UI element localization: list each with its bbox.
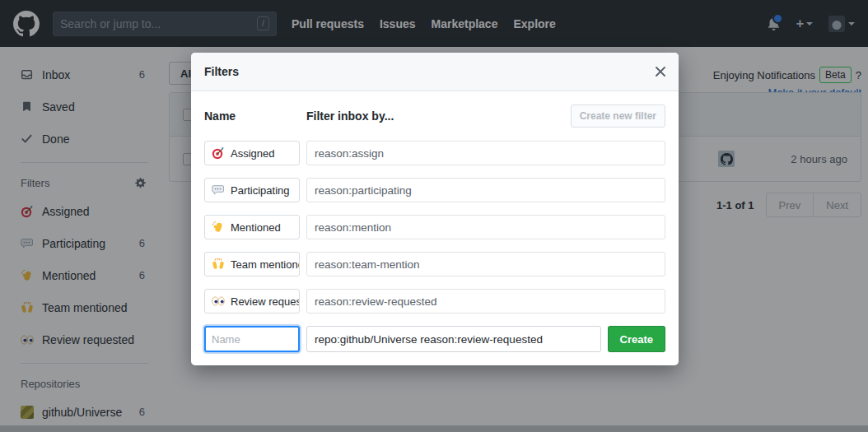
close-icon[interactable] [656, 67, 665, 77]
filter-name: Participating [231, 184, 290, 197]
filter-row-assigned: Assigned reason:assign [204, 141, 665, 165]
filter-name-input[interactable]: Team mentioned [204, 252, 300, 276]
eyes-icon [212, 295, 225, 308]
filter-row-participating: Participating reason:participating [204, 178, 665, 202]
modal-body: Name Filter inbox by... Create new filte… [191, 91, 679, 365]
filter-query-input[interactable]: reason:assign [306, 141, 665, 165]
speech-balloon-icon [212, 183, 225, 197]
filter-name: Team mentioned [231, 258, 300, 271]
filter-name-input[interactable]: Review requested [204, 289, 300, 314]
filter-query-input[interactable]: reason:mention [306, 215, 665, 239]
filter-query-input[interactable]: reason:review-requested [306, 289, 665, 314]
name-column-header: Name [204, 109, 300, 123]
filter-row-mentioned: Mentioned reason:mention [204, 215, 665, 239]
filter-row-team-mentioned: Team mentioned reason:team-mention [204, 252, 665, 276]
modal-header: Filters [191, 53, 679, 91]
new-filter-query-input[interactable] [306, 326, 601, 352]
filter-name: Mentioned [231, 221, 281, 234]
create-button[interactable]: Create [608, 326, 665, 352]
filters-modal: Filters Name Filter inbox by... Create n… [191, 53, 679, 365]
modal-title: Filters [204, 65, 239, 78]
modal-column-headers: Name Filter inbox by... Create new filte… [204, 105, 665, 128]
filter-name-input[interactable]: Assigned [204, 141, 300, 165]
filter-column-header: Filter inbox by... [306, 109, 394, 123]
create-new-filter-button[interactable]: Create new filter [571, 105, 665, 128]
filter-query-input[interactable]: reason:team-mention [306, 252, 665, 276]
filter-name-input[interactable]: Participating [204, 178, 300, 202]
filter-name: Review requested [231, 295, 300, 308]
new-filter-row: Create [204, 326, 665, 352]
filter-query-input[interactable]: reason:participating [306, 178, 665, 202]
filter-row-review-requested: Review requested reason:review-requested [204, 289, 665, 314]
waving-hand-icon [212, 221, 225, 234]
target-icon [212, 146, 225, 160]
filter-name-input[interactable]: Mentioned [204, 215, 300, 239]
raising-hands-icon [212, 258, 225, 271]
new-filter-name-input[interactable] [204, 326, 300, 352]
filter-name: Assigned [231, 147, 274, 160]
